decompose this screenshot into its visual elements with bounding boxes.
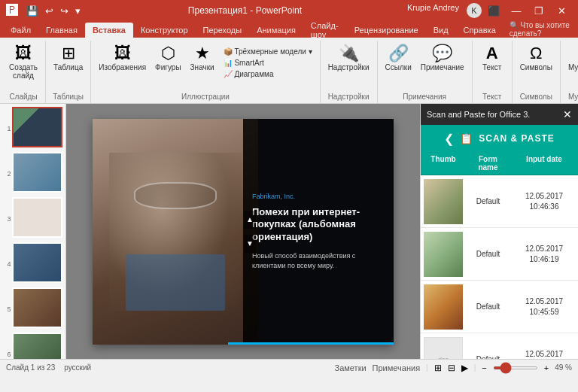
slide-thumb-4[interactable] [12, 242, 62, 283]
ribbon-group-illustrations-content: 🖼 Изображения ⬡ Фигуры ★ Значки 📦 Трёхме… [96, 41, 315, 93]
canvas-scroll-down[interactable]: ▼ [244, 235, 256, 253]
smartart-btn[interactable]: 📊 SmartArt [221, 58, 315, 68]
panel-item-1[interactable]: Default 12.05.2017 10:46:36 [421, 175, 578, 228]
slide-sorter-btn[interactable]: ⊟ [448, 363, 455, 373]
slide-thumb-2[interactable] [12, 152, 62, 193]
tab-help[interactable]: Справка [456, 23, 503, 38]
table-icon: ⊞ [62, 45, 75, 62]
ribbon-display-btn[interactable]: ⬛ [483, 3, 504, 18]
col-form-name: Form name [466, 152, 510, 175]
redo-quick-btn[interactable]: ↪ [58, 4, 71, 18]
zoom-level: 49 % [555, 363, 572, 372]
status-bar: Слайд 1 из 23 русский Заметки Примечания… [0, 359, 578, 375]
slide-item-6[interactable]: 6 [3, 333, 62, 359]
user-name: Krupie Andrey [407, 3, 459, 18]
symbols-label: Символы [520, 63, 552, 71]
shapes-btn[interactable]: ⬡ Фигуры [152, 44, 184, 73]
shapes-label: Фигуры [155, 63, 181, 71]
slide-thumb-3[interactable] [12, 197, 62, 238]
tab-transitions[interactable]: Переходы [196, 23, 250, 38]
col-thumb: Thumb [421, 152, 466, 175]
save-quick-btn[interactable]: 💾 [24, 4, 41, 18]
reading-view-btn[interactable]: ▶ [461, 363, 468, 373]
slide-item-2[interactable]: 2 [3, 152, 62, 196]
panel-item-3[interactable]: Default 12.05.2017 10:45:59 [421, 281, 578, 333]
icons-btn[interactable]: ★ Значки [187, 44, 218, 73]
ribbon-group-addins-content: 🔌 Надстройки [325, 41, 373, 93]
zoom-out-btn[interactable]: − [482, 363, 486, 372]
panel-item-4[interactable]: doc Default 12.05.2017 11:45:59 [421, 333, 578, 359]
links-icon: 🔗 [388, 45, 409, 62]
main-area: 1 2 3 4 5 6 [0, 104, 578, 359]
tab-file[interactable]: Файл [3, 23, 38, 38]
tab-animation[interactable]: Анимация [249, 23, 303, 38]
customize-quick-btn[interactable]: ▾ [73, 4, 83, 18]
what-do-you-want[interactable]: 🔍 Что вы хотите сделать? [510, 21, 572, 38]
create-slide-btn[interactable]: 🖼 Создатьслайд [6, 44, 41, 81]
zoom-slider[interactable] [493, 366, 538, 369]
slide-company: Fabrikam, Inc. [252, 193, 385, 200]
addins-label: Надстройки [328, 63, 370, 71]
tab-review[interactable]: Рецензирование [347, 23, 426, 38]
tab-design[interactable]: Конструктор [133, 23, 196, 38]
panel-item-2[interactable]: Default 12.05.2017 10:46:19 [421, 228, 578, 281]
comment-icon: 💬 [432, 45, 452, 62]
canvas-area: Fabrikam, Inc. Помехи при интернет-покуп… [66, 104, 420, 359]
table-btn[interactable]: ⊞ Таблица [50, 44, 86, 73]
slide-list: 1 2 3 4 5 6 [3, 107, 62, 359]
slide-item-1[interactable]: 1 [3, 107, 62, 150]
notes-view-btn[interactable]: Заметки [335, 363, 367, 372]
slide-num-3: 3 [3, 215, 11, 223]
links-btn[interactable]: 🔗 Ссылки [382, 44, 415, 73]
tab-slideshow[interactable]: Слайд-шоу [303, 23, 347, 38]
slide-glasses [134, 182, 217, 209]
images-btn[interactable]: 🖼 Изображения [96, 44, 149, 73]
slide-item-3[interactable]: 3 [3, 197, 62, 241]
comment-btn[interactable]: 💬 Примечание [418, 44, 467, 73]
panel-form-1: Default [466, 194, 510, 208]
undo-quick-btn[interactable]: ↩ [43, 4, 56, 18]
slide-item-5[interactable]: 5 [3, 287, 62, 331]
close-btn[interactable]: ✕ [551, 3, 572, 18]
zoom-in-btn[interactable]: + [544, 363, 549, 372]
symbols-btn[interactable]: Ω Символы [517, 44, 555, 73]
slide-thumb-5[interactable] [12, 287, 62, 328]
slide-canvas[interactable]: Fabrikam, Inc. Помехи при интернет-покуп… [93, 119, 394, 345]
slide-num-6: 6 [3, 351, 11, 358]
minimize-btn[interactable]: — [506, 3, 527, 18]
col-input-date: Input date [510, 152, 578, 175]
panel-close-btn[interactable]: ✕ [563, 108, 572, 120]
canvas-scroll-up[interactable]: ▲ [244, 211, 256, 229]
slide-panel: 1 2 3 4 5 6 [0, 104, 66, 359]
symbols-icon: Ω [530, 45, 542, 62]
separator-1: | [426, 363, 428, 372]
smartart-icon: 📊 SmartArt [224, 59, 264, 67]
ribbon: 🖼 Создатьслайд Слайды ⊞ Таблица Таблицы … [0, 38, 578, 104]
tab-view[interactable]: Вид [426, 23, 456, 38]
ribbon-group-slides: 🖼 Создатьслайд Слайды [2, 41, 46, 103]
ribbon-group-media-content: ▶ Мультимедиа [565, 41, 578, 93]
comments-view-btn[interactable]: Примечания [373, 363, 421, 372]
panel-form-3: Default [466, 299, 510, 314]
text-btn[interactable]: A Текст [477, 44, 507, 73]
maximize-btn[interactable]: ❐ [528, 3, 549, 18]
3d-models-btn[interactable]: 📦 Трёхмерные модели ▾ [221, 47, 315, 56]
addins-btn[interactable]: 🔌 Надстройки [325, 44, 373, 73]
slide-subtitle: Новый способ взаимодействия с клиентами … [252, 251, 385, 270]
normal-view-btn[interactable]: ⊞ [434, 363, 442, 373]
text-label: Текст [482, 63, 501, 71]
ribbon-group-symbols: Ω Символы Символы [513, 41, 561, 103]
slide-item-4[interactable]: 4 [3, 242, 62, 286]
canvas-scroll-btns: ▲ ▼ [244, 211, 256, 253]
tab-insert[interactable]: Вставка [85, 23, 133, 38]
chart-btn[interactable]: 📈 Диаграмма [221, 69, 315, 79]
ribbon-group-media-label: Мультимедиа [568, 93, 578, 103]
3d-smartart-group: 📦 Трёхмерные модели ▾ 📊 SmartArt 📈 Диагр… [221, 44, 315, 79]
panel-back-btn[interactable]: ❮ [444, 132, 454, 146]
tab-home[interactable]: Главная [38, 23, 85, 38]
slide-thumb-1[interactable] [12, 107, 62, 147]
slide-thumb-6[interactable] [12, 333, 62, 359]
language: русский [64, 363, 91, 372]
media-btn[interactable]: ▶ Мультимедиа [565, 44, 578, 73]
status-right: Заметки Примечания | ⊞ ⊟ ▶ | − + 49 % [335, 363, 572, 373]
